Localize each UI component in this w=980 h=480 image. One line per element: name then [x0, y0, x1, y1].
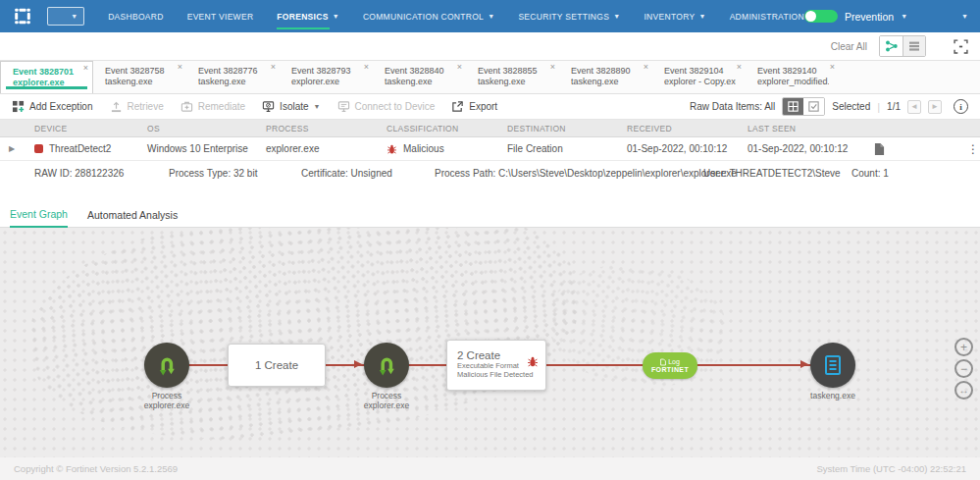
event-tab-9[interactable]: ×Event 3829140explorer_modified.exe: [746, 61, 839, 93]
tab-process: explorer_modified.exe: [757, 77, 829, 87]
user: User: THREATDETECT2\Steve: [703, 168, 841, 179]
previous-item-button[interactable]: ◄: [907, 100, 921, 114]
malicious-bug-icon: [387, 143, 397, 155]
fullscreen-button[interactable]: [954, 39, 968, 54]
event-tab-6[interactable]: ×Event 3828855taskeng.exe: [466, 61, 559, 93]
event-tab-2[interactable]: ×Event 3828758taskeng.exe: [93, 61, 186, 93]
next-item-button[interactable]: ►: [928, 100, 942, 114]
event-box-title: 1 Create: [255, 359, 298, 371]
clear-all-button[interactable]: Clear All: [831, 41, 867, 52]
raw-data-file-icon[interactable]: [871, 142, 885, 155]
event-graph-canvas[interactable]: Processexplorer.exe 1 Create Processexpl…: [0, 228, 980, 457]
tab-process: taskeng.exe: [478, 77, 549, 87]
fortinet-wordmark: FORTINET: [651, 366, 689, 374]
prevention-toggle[interactable]: [804, 10, 838, 23]
destination-cell: File Creation: [507, 143, 627, 154]
main-nav: DASHBOARD EVENT VIEWER FORENSICS▼ COMMUN…: [108, 0, 804, 32]
grid-view-icon: [787, 100, 799, 113]
event-tab-5[interactable]: ×Event 3828840taskeng.exe: [373, 61, 466, 93]
graph-node-process-1[interactable]: Processexplorer.exe: [128, 343, 206, 410]
os-cell: Windows 10 Enterprise: [147, 143, 266, 154]
nav-security-settings[interactable]: SECURITY SETTINGS▼: [518, 0, 620, 32]
nav-administration[interactable]: ADMINISTRATION: [730, 0, 804, 32]
graph-event-box-2[interactable]: 2 Create Executable Format Malicious Fil…: [446, 340, 546, 391]
button-label: Add Exception: [29, 101, 93, 112]
device-name: ThreatDetect2: [49, 143, 111, 154]
event-details-row: RAW ID: 288122326 Process Type: 32 bit C…: [0, 161, 980, 187]
nav-event-viewer[interactable]: EVENT VIEWER: [187, 0, 254, 32]
tab-process: explorer - Copy.exe: [664, 77, 736, 87]
tab-process: taskeng.exe: [198, 77, 270, 87]
tab-event-id: Event 3829104: [664, 66, 736, 77]
selected-count: 1/1: [887, 101, 901, 112]
expand-row-icon[interactable]: ▶: [0, 144, 15, 153]
select-items-button[interactable]: [803, 98, 824, 115]
graph-view-button[interactable]: [880, 36, 903, 56]
button-label: Isolate: [280, 101, 308, 112]
grid-view-button[interactable]: [783, 98, 803, 115]
zoom-in-button[interactable]: +: [954, 338, 973, 356]
close-icon[interactable]: ×: [364, 62, 369, 72]
close-icon[interactable]: ×: [644, 62, 648, 72]
count: Count: 1: [851, 168, 889, 179]
graph-node-taskeng[interactable]: taskeng.exe: [794, 343, 872, 400]
col-os: OS: [147, 124, 266, 133]
close-icon[interactable]: ×: [830, 62, 835, 72]
raw-data-view-switch: [782, 97, 825, 116]
malicious-bug-icon: [527, 355, 539, 370]
raw-id: RAW ID: 288122326: [34, 168, 124, 179]
event-tab-4[interactable]: ×Event 3828793explorer.exe: [280, 61, 373, 93]
received-cell: 01-Sep-2022, 00:10:12: [627, 143, 748, 154]
log-label: Log: [668, 357, 680, 366]
zoom-fit-button[interactable]: ↔: [954, 381, 973, 400]
chevron-down-icon: ▼: [71, 13, 77, 20]
graph-zoom-controls: + − ↔: [954, 338, 973, 400]
button-label: Connect to Device: [355, 101, 436, 112]
graph-node-process-2[interactable]: Processexplorer.exe: [347, 343, 426, 410]
add-exception-button[interactable]: Add Exception: [12, 100, 93, 113]
close-icon[interactable]: ×: [550, 62, 555, 72]
mode-label[interactable]: Prevention: [845, 11, 894, 23]
nav-communication-control[interactable]: COMMUNICATION CONTROL▼: [363, 0, 494, 32]
event-table-row[interactable]: ▶ ThreatDetect2 Windows 10 Enterprise ex…: [0, 137, 980, 161]
remediate-button[interactable]: Remediate: [181, 100, 245, 113]
toggle-knob: [805, 11, 816, 22]
action-toolbar: Add Exception Retrieve Remediate Isolate…: [0, 94, 980, 120]
close-icon[interactable]: ×: [178, 62, 182, 72]
event-tab-1[interactable]: ×Event 3828701explorer.exe: [0, 61, 93, 93]
tab-automated-analysis[interactable]: Automated Analysis: [87, 209, 178, 227]
graph-event-box-1[interactable]: 1 Create: [228, 344, 326, 387]
close-icon[interactable]: ×: [83, 63, 88, 73]
nav-label: SECURITY SETTINGS: [518, 12, 609, 22]
tab-process: explorer.exe: [13, 78, 82, 88]
classification-cell: Malicious: [387, 143, 507, 155]
org-selector-dropdown[interactable]: ▼: [47, 7, 84, 26]
event-tab-3[interactable]: ×Event 3828776taskeng.exe: [186, 61, 280, 93]
tab-event-graph[interactable]: Event Graph: [10, 208, 68, 228]
divider: |: [877, 101, 880, 113]
button-label: Remediate: [198, 101, 245, 112]
nav-forensics[interactable]: FORENSICS▼: [277, 0, 339, 32]
isolate-button[interactable]: Isolate ▼: [262, 100, 320, 113]
connect-to-device-button[interactable]: Connect to Device: [337, 100, 436, 113]
retrieve-button[interactable]: Retrieve: [110, 100, 164, 113]
col-destination: DESTINATION: [507, 124, 627, 133]
event-tab-7[interactable]: ×Event 3828890taskeng.exe: [559, 61, 652, 93]
user-menu-chevron-icon[interactable]: ▼: [961, 13, 968, 20]
chevron-down-icon[interactable]: ▼: [901, 13, 907, 20]
close-icon[interactable]: ×: [271, 62, 276, 72]
close-icon[interactable]: ×: [457, 62, 462, 72]
event-tab-8[interactable]: ×Event 3829104explorer - Copy.exe: [652, 61, 746, 93]
close-icon[interactable]: ×: [737, 62, 742, 72]
list-view-button[interactable]: [903, 36, 925, 56]
zoom-out-button[interactable]: −: [954, 359, 973, 378]
fortinet-log-badge[interactable]: Log FORTINET: [643, 352, 697, 379]
kebab-menu-icon[interactable]: ⋮: [967, 143, 979, 155]
fortinet-logo-icon[interactable]: [12, 8, 33, 25]
info-icon[interactable]: i: [954, 99, 968, 114]
nav-dashboard[interactable]: DASHBOARD: [108, 0, 164, 32]
node-label: Processexplorer.exe: [128, 391, 206, 410]
nav-inventory[interactable]: INVENTORY▼: [644, 0, 705, 32]
isolate-icon: [262, 100, 275, 113]
export-button[interactable]: Export: [451, 100, 497, 113]
